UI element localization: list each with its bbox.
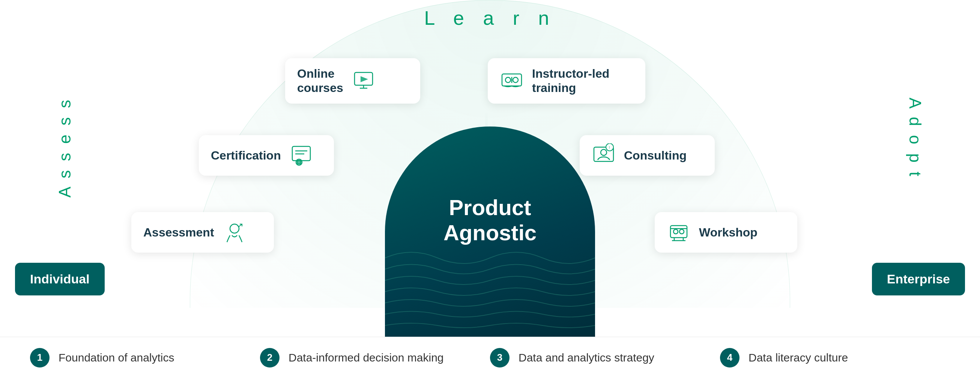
certification-card: Certification bbox=[199, 135, 334, 175]
svg-point-19 bbox=[673, 230, 678, 234]
assessment-card: Assessment bbox=[131, 212, 274, 253]
svg-point-14 bbox=[601, 149, 607, 155]
individual-label: Individual bbox=[15, 263, 105, 295]
bottom-text-4: Data literacy culture bbox=[749, 351, 848, 364]
bottom-number-3: 3 bbox=[490, 348, 509, 367]
certification-label: Certification bbox=[211, 148, 281, 163]
bottom-item-4: 4 Data literacy culture bbox=[720, 348, 950, 367]
workshop-icon bbox=[667, 220, 691, 244]
consulting-card: ↑ Consulting bbox=[580, 135, 715, 175]
bottom-row: 1 Foundation of analytics 2 Data-informe… bbox=[0, 337, 980, 378]
training-icon bbox=[500, 69, 524, 93]
assess-label: A s s e s s bbox=[56, 97, 74, 198]
center-circle: ProductAgnostic bbox=[385, 126, 595, 337]
online-courses-label: Onlinecourses bbox=[297, 67, 343, 95]
bottom-number-4: 4 bbox=[720, 348, 740, 367]
assessment-label: Assessment bbox=[143, 225, 214, 239]
instructor-led-label: Instructor-ledtraining bbox=[532, 67, 609, 95]
svg-rect-18 bbox=[670, 226, 687, 238]
workshop-label: Workshop bbox=[699, 225, 757, 239]
bottom-text-2: Data-informed decision making bbox=[288, 351, 444, 364]
svg-point-17 bbox=[230, 224, 239, 233]
monitor-play-icon bbox=[352, 69, 375, 93]
bottom-number-1: 1 bbox=[30, 348, 49, 367]
svg-point-5 bbox=[505, 77, 511, 83]
adopt-label: A d o p t bbox=[906, 97, 924, 178]
svg-marker-3 bbox=[361, 76, 368, 82]
workshop-card: Workshop bbox=[655, 212, 797, 253]
bottom-item-3: 3 Data and analytics strategy bbox=[490, 348, 720, 367]
bottom-text-1: Foundation of analytics bbox=[59, 351, 175, 364]
assessment-icon bbox=[223, 220, 247, 244]
bottom-item-1: 1 Foundation of analytics bbox=[30, 348, 260, 367]
consulting-label: Consulting bbox=[624, 148, 687, 163]
bottom-text-3: Data and analytics strategy bbox=[519, 351, 654, 364]
svg-point-20 bbox=[679, 230, 684, 234]
instructor-led-card: Instructor-ledtraining bbox=[488, 58, 645, 104]
certificate-icon bbox=[289, 144, 313, 167]
svg-point-6 bbox=[513, 77, 518, 83]
bottom-number-2: 2 bbox=[260, 348, 280, 367]
bottom-item-2: 2 Data-informed decision making bbox=[260, 348, 490, 367]
svg-text:↑: ↑ bbox=[608, 145, 611, 150]
consulting-icon: ↑ bbox=[592, 144, 616, 167]
enterprise-label: Enterprise bbox=[872, 263, 965, 295]
online-courses-card: Onlinecourses bbox=[285, 58, 420, 104]
